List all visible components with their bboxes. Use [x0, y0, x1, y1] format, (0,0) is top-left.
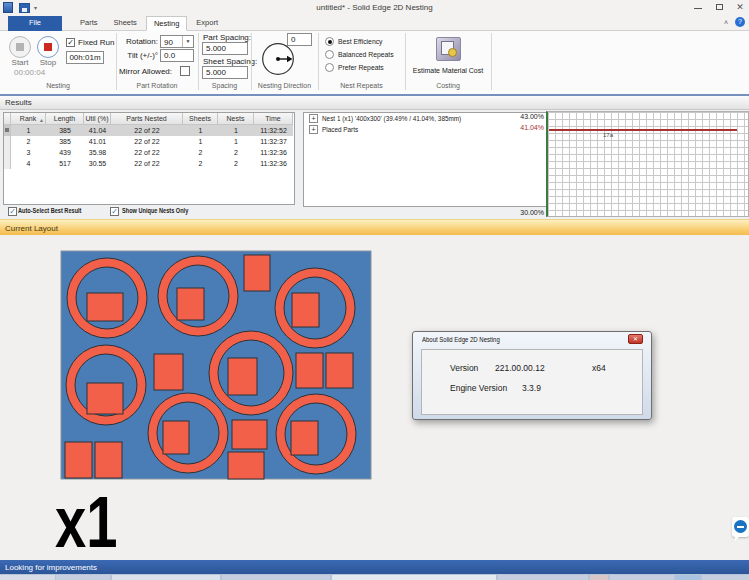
part-spacing-input[interactable]: 5.000	[202, 42, 248, 55]
nest-repeats-option-2[interactable]: Balanced Repeats	[325, 50, 403, 59]
run-time-input[interactable]: 00h:01m	[66, 51, 104, 64]
group-label-spacing: Spacing	[198, 82, 251, 89]
table-cell: 4	[11, 158, 46, 169]
table-row[interactable]: 138541.0422 of 221111:32:52	[4, 125, 294, 136]
minimize-icon[interactable]	[694, 8, 702, 9]
taskbar-item[interactable]	[702, 575, 749, 580]
rect-part[interactable]	[291, 421, 318, 455]
rect-part[interactable]	[292, 293, 319, 327]
restore-icon[interactable]	[716, 4, 723, 10]
tab-export[interactable]: Export	[189, 16, 225, 31]
rect-part[interactable]	[154, 354, 183, 390]
rect-part[interactable]	[87, 293, 123, 321]
rect-part[interactable]	[296, 353, 323, 388]
column-header-length[interactable]: Length	[46, 113, 84, 125]
rect-part[interactable]	[87, 383, 123, 414]
table-cell: 41.04	[84, 125, 111, 136]
help-icon[interactable]: ?	[735, 17, 745, 27]
nest-repeats-option-1[interactable]: Best Efficiency	[325, 37, 390, 46]
taskbar-item[interactable]	[112, 575, 220, 580]
expand-icon[interactable]: +	[309, 114, 318, 123]
mirror-allowed-checkbox[interactable]	[180, 66, 190, 76]
stop-button-label: Stop	[37, 58, 59, 67]
close-icon[interactable]: ✕	[734, 1, 746, 13]
version-label: Version	[450, 363, 478, 373]
taskbar-item[interactable]	[222, 575, 330, 580]
nesting-direction-icon[interactable]	[261, 42, 295, 76]
estimate-material-cost-label: Estimate Material Cost	[405, 67, 491, 74]
taskbar-item[interactable]	[590, 575, 608, 580]
sheet-spacing-input[interactable]: 5.000	[202, 66, 248, 79]
chevron-down-icon[interactable]: ▼	[182, 36, 193, 47]
fixed-run-checkbox[interactable]: ✓	[66, 38, 75, 47]
results-panel-header: Results	[0, 96, 749, 110]
table-cell: 1	[183, 136, 218, 147]
expand-icon[interactable]: +	[309, 125, 318, 134]
radio-icon[interactable]	[325, 63, 334, 72]
table-row[interactable]: 451730.5522 of 222211:32:36	[4, 158, 294, 169]
row-selector[interactable]	[4, 158, 11, 169]
title-bar: ▾ untitled* - Solid Edge 2D Nesting ✕	[0, 0, 749, 16]
stop-button[interactable]	[37, 36, 59, 58]
tilt-input[interactable]: 0.0	[160, 49, 194, 62]
ribbon-collapse-icon[interactable]: ˄	[724, 19, 728, 26]
rect-part[interactable]	[228, 358, 257, 395]
taskbar-item[interactable]	[56, 575, 110, 580]
radio-icon[interactable]	[325, 37, 334, 46]
auto-select-checkbox[interactable]: ✓	[8, 207, 17, 216]
column-header-time[interactable]: Time	[254, 113, 293, 125]
row-selector[interactable]	[4, 147, 11, 158]
rect-part[interactable]	[163, 421, 189, 454]
rect-part[interactable]	[95, 442, 122, 478]
table-cell: 2	[11, 136, 46, 147]
rect-part[interactable]	[232, 420, 267, 449]
tab-sheets[interactable]: Sheets	[107, 16, 144, 31]
column-header-parts-nested[interactable]: Parts Nested	[111, 113, 183, 125]
results-table[interactable]: Rank▲LengthUtil (%)Parts NestedSheetsNes…	[3, 112, 295, 205]
row-selector[interactable]	[4, 136, 11, 147]
about-dialog: About Solid Edge 2D Nesting ✕ Version 22…	[412, 331, 652, 420]
engine-version-value: 3.3.9	[522, 383, 541, 393]
rect-part[interactable]	[177, 288, 204, 320]
about-close-icon[interactable]: ✕	[628, 334, 643, 344]
row-selector[interactable]	[4, 125, 11, 136]
rotation-label: Rotation:	[112, 37, 158, 46]
ribbon: Start Stop ✓ Fixed Run 00h:01m 00:00:04 …	[0, 31, 749, 94]
column-header-util-[interactable]: Util (%)	[84, 113, 111, 125]
table-row[interactable]: 238541.0122 of 221111:32:37	[4, 136, 294, 147]
taskbar-item[interactable]	[0, 575, 55, 580]
rect-part[interactable]	[228, 452, 264, 479]
remote-support-icon[interactable]	[732, 517, 749, 543]
rotation-dropdown[interactable]: 90 ▼	[160, 35, 194, 48]
about-dialog-content: Version 221.00.00.12 x64 Engine Version …	[421, 349, 643, 415]
column-header-rank[interactable]: Rank▲	[11, 113, 46, 125]
taskbar-item[interactable]	[498, 575, 588, 580]
tab-nesting[interactable]: Nesting	[146, 16, 187, 31]
start-button[interactable]	[9, 36, 31, 58]
estimate-material-cost-button[interactable]	[436, 37, 461, 61]
taskbar-item[interactable]	[332, 575, 496, 580]
table-row[interactable]: 343935.9822 of 222211:32:36	[4, 147, 294, 158]
taskbar-item[interactable]	[610, 575, 674, 580]
ribbon-tab-row: FilePartsSheetsNestingExport	[0, 16, 749, 31]
table-cell: 2	[183, 158, 218, 169]
rect-part[interactable]	[65, 442, 92, 478]
gutter-header	[4, 113, 11, 125]
group-separator	[491, 33, 492, 90]
show-unique-checkbox[interactable]: ✓	[110, 207, 119, 216]
nest-repeats-option-3[interactable]: Prefer Repeats	[325, 63, 392, 72]
taskbar-item[interactable]	[676, 575, 700, 580]
results-panel: Rank▲LengthUtil (%)Parts NestedSheetsNes…	[0, 111, 749, 219]
radio-icon[interactable]	[325, 50, 334, 59]
version-value: 221.00.00.12	[495, 363, 545, 373]
tab-file[interactable]: File	[8, 16, 62, 31]
radio-label: Best Efficiency	[338, 37, 382, 46]
rect-part[interactable]	[244, 255, 270, 291]
windows-taskbar[interactable]	[0, 574, 749, 580]
column-header-sheets[interactable]: Sheets	[183, 113, 218, 125]
tab-parts[interactable]: Parts	[73, 16, 105, 31]
rect-part[interactable]	[326, 353, 353, 388]
table-cell: 22 of 22	[111, 136, 183, 147]
column-header-nests[interactable]: Nests	[218, 113, 254, 125]
current-layout-label: Current Layout	[5, 224, 58, 233]
